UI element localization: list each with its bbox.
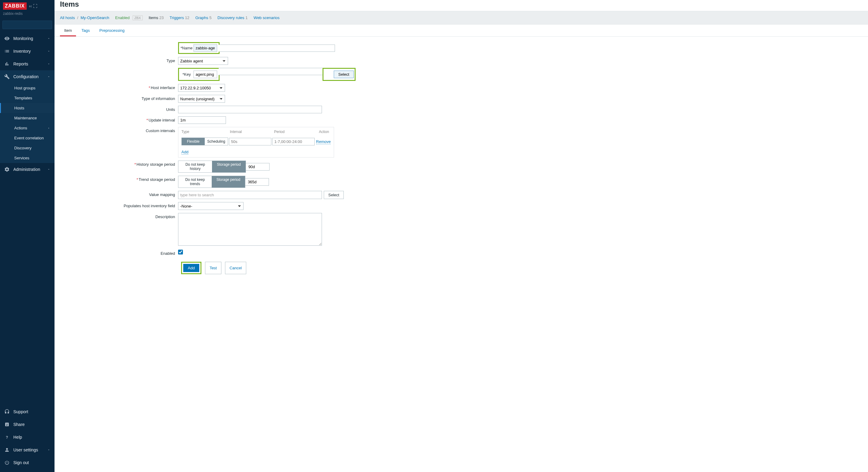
info-type-select[interactable]: Numeric (unsigned) [178, 95, 225, 103]
key-select-button[interactable]: Select [334, 70, 354, 78]
filter-items[interactable]: Items 23 [149, 16, 164, 20]
valuemap-label: Value mapping [60, 191, 178, 197]
status-enabled: Enabled [115, 16, 130, 20]
nav-monitoring[interactable]: Monitoring [0, 32, 55, 45]
description-label: Description [60, 213, 178, 219]
name-input-highlighted[interactable] [193, 44, 217, 52]
nav-label: Administration [13, 167, 47, 172]
key-input-highlighted[interactable] [193, 70, 217, 78]
config-subnav: Host groups Templates Hosts Maintenance … [0, 83, 55, 163]
ci-type-toggle[interactable]: Flexible Scheduling [181, 138, 228, 145]
ci-remove-link[interactable]: Remove [316, 139, 331, 144]
main-nav: Monitoring Inventory Reports Configurati… [0, 32, 55, 286]
valuemap-select-button[interactable]: Select [324, 191, 344, 199]
ci-period-input[interactable] [272, 138, 315, 145]
chevron-down-icon [47, 37, 50, 40]
filter-graphs[interactable]: Graphs 5 [195, 16, 212, 20]
host-interface-label: Host interface [151, 85, 175, 90]
inventory-select[interactable]: -None- [178, 202, 244, 210]
ci-head-action: Action [319, 130, 329, 134]
nav-administration[interactable]: Administration [0, 163, 55, 176]
subnav-hosts[interactable]: Hosts [0, 103, 55, 113]
subnav-event-correlation[interactable]: Event correlation [0, 133, 55, 143]
chevron-down-icon [47, 50, 50, 53]
subnav-label: Actions [14, 126, 27, 130]
filter-web[interactable]: Web scenarios [253, 16, 280, 20]
trend-value-input[interactable] [245, 178, 269, 186]
trend-nokeep-option[interactable]: Do not keep trends [178, 176, 212, 187]
item-form: *Name Type Zabbix agent *Key S [55, 37, 868, 286]
subnav-actions[interactable]: Actions [0, 123, 55, 133]
enabled-checkbox[interactable] [178, 249, 183, 255]
expand-icon[interactable]: ⛶ [33, 4, 37, 8]
type-select[interactable]: Zabbix agent [178, 57, 228, 65]
history-value-input[interactable] [246, 163, 270, 171]
tabs: Item Tags Preprocessing [55, 25, 868, 37]
key-highlight-right: Select [322, 68, 355, 81]
nav-label: Inventory [13, 49, 47, 54]
custom-intervals-box: Type Interval Period Action Flexible Sch… [178, 127, 334, 157]
subnav-templates[interactable]: Templates [0, 93, 55, 103]
key-input[interactable] [219, 68, 323, 75]
nav-label: Reports [13, 61, 47, 66]
chevron-down-icon [47, 62, 50, 65]
list-icon [4, 49, 10, 54]
valuemap-input[interactable] [178, 191, 322, 199]
wrench-icon [4, 74, 10, 79]
sidebar: ZABBIX ‹‹ ⛶ zabbix-redis Monitoring Inve… [0, 0, 55, 286]
tab-tags[interactable]: Tags [77, 25, 94, 36]
history-period-option[interactable]: Storage period [212, 161, 246, 172]
trend-period-option[interactable]: Storage period [212, 176, 245, 187]
history-nokeep-option[interactable]: Do not keep history [178, 161, 212, 172]
search-input[interactable] [4, 23, 50, 27]
key-label: Key [184, 72, 191, 77]
filter-triggers[interactable]: Triggers 12 [169, 16, 189, 20]
history-label: History storage period [136, 162, 175, 167]
breadcrumb-all-hosts[interactable]: All hosts [60, 16, 75, 20]
subnav-host-groups[interactable]: Host groups [0, 83, 55, 93]
ci-add-link[interactable]: Add [181, 150, 188, 154]
enabled-label: Enabled [60, 249, 178, 256]
subnav-services[interactable]: Services [0, 153, 55, 163]
add-button[interactable]: Add [183, 264, 199, 272]
trend-toggle[interactable]: Do not keep trends Storage period [178, 176, 245, 188]
cancel-button[interactable]: Cancel [225, 262, 246, 274]
subnav-discovery[interactable]: Discovery [0, 143, 55, 153]
update-interval-input[interactable] [178, 116, 226, 124]
ci-head-period: Period [274, 130, 319, 134]
form-actions: Add Test Cancel [181, 262, 863, 274]
inventory-label: Populates host inventory field [60, 202, 178, 208]
type-label: Type [60, 57, 178, 63]
host-interface-select[interactable]: 172.22.9.2:10050 [178, 84, 225, 92]
nav-reports[interactable]: Reports [0, 58, 55, 70]
chevron-up-icon [47, 75, 50, 78]
update-interval-label: Update interval [149, 118, 175, 122]
page-title: Items [55, 0, 868, 11]
name-label: Name [182, 46, 193, 50]
ci-scheduling-option[interactable]: Scheduling [205, 138, 228, 145]
breadcrumb-sep: / [77, 16, 79, 20]
search-box[interactable] [2, 21, 52, 29]
ci-head-type: Type [181, 130, 230, 134]
tab-preprocessing[interactable]: Preprocessing [95, 25, 129, 36]
breadcrumb-host[interactable]: My-OpenSearch [81, 16, 109, 20]
test-button[interactable]: Test [205, 262, 221, 274]
subnav-maintenance[interactable]: Maintenance [0, 113, 55, 123]
custom-intervals-label: Custom intervals [60, 127, 178, 133]
logo[interactable]: ZABBIX [3, 2, 27, 10]
gear-icon [4, 167, 10, 172]
units-input[interactable] [178, 106, 322, 113]
name-input[interactable] [219, 45, 335, 52]
nav-configuration[interactable]: Configuration [0, 70, 55, 83]
collapse-icon[interactable]: ‹‹ [29, 4, 32, 8]
description-textarea[interactable] [178, 213, 322, 246]
nav-inventory[interactable]: Inventory [0, 45, 55, 58]
history-toggle[interactable]: Do not keep history Storage period [178, 160, 246, 173]
filter-discovery[interactable]: Discovery rules 1 [217, 16, 248, 20]
server-name: zabbix-redis [3, 11, 52, 16]
tab-item[interactable]: Item [60, 25, 76, 36]
filter-bar: All hosts / My-OpenSearch Enabled ZBX It… [55, 11, 868, 25]
ci-interval-input[interactable] [229, 138, 271, 145]
name-highlight: *Name [178, 42, 220, 54]
ci-flexible-option[interactable]: Flexible [182, 138, 205, 145]
